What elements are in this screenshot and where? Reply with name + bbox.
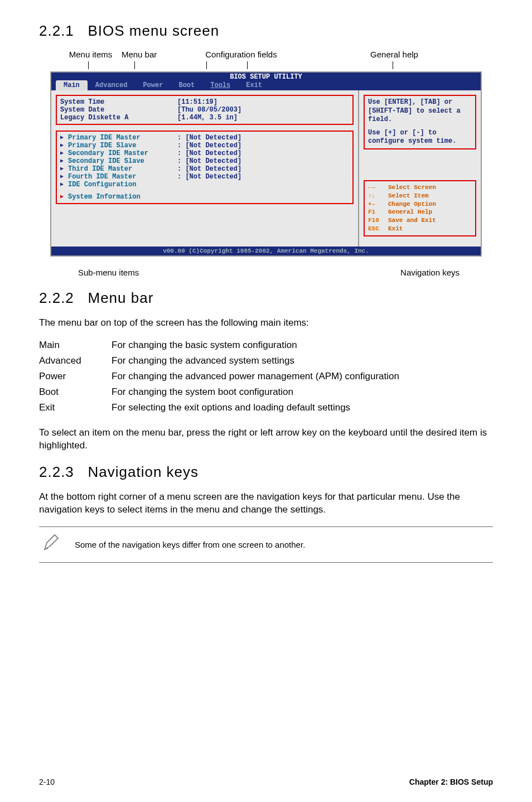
bios-menu-boot[interactable]: Boot — [171, 80, 202, 90]
chapter-label: Chapter 2: BIOS Setup — [409, 777, 493, 786]
field-system-time[interactable]: System Time [11:51:19] — [60, 98, 349, 106]
note-text: Some of the navigation keys differ from … — [75, 540, 305, 549]
bios-titlebar: BIOS SETUP UTILITY Main Advanced Power B… — [51, 73, 481, 90]
def-row: MainFor changing the basic system config… — [39, 337, 399, 353]
submenu-arrow-icon: ▶ — [60, 157, 68, 165]
help-text-2: Use [+] or [-] to configure system time. — [368, 129, 472, 146]
bios-menu-main[interactable]: Main — [56, 80, 88, 90]
bios-menu-bar: Main Advanced Power Boot Tools Exit — [51, 73, 481, 90]
submenu-arrow-icon: ▶ — [60, 134, 68, 142]
submenu-system-information[interactable]: ▶ System Information — [60, 193, 349, 201]
help-text-1: Use [ENTER], [TAB] or [SHIFT-TAB] to sel… — [368, 98, 472, 124]
top-label-row: Menu items Menu bar Configuration fields… — [50, 50, 482, 59]
submenu-ide-configuration[interactable]: ▶ IDE Configuration — [60, 181, 349, 189]
label-menu-bar: Menu bar — [122, 50, 157, 59]
menu-bar-note: To select an item on the menu bar, press… — [39, 427, 493, 452]
label-config-fields: Configuration fields — [205, 50, 277, 59]
def-row: BootFor changing the system boot configu… — [39, 384, 399, 400]
label-sub-menu-items: Sub-menu items — [78, 268, 139, 277]
field-system-date[interactable]: System Date [Thu 08/05/2003] — [60, 106, 349, 114]
navigation-keys-para: At the bottom right corner of a menu scr… — [39, 491, 493, 516]
pencil-note-icon — [39, 533, 64, 557]
submenu-primary-ide-slave[interactable]: ▶ Primary IDE Slave : [Not Detected] — [60, 142, 349, 149]
submenu-arrow-icon: ▶ — [60, 165, 68, 173]
submenu-arrow-icon: ▶ — [60, 181, 68, 189]
submenu-secondary-ide-master[interactable]: ▶ Secondary IDE Master : [Not Detected] — [60, 149, 349, 157]
submenu-fourth-ide-master[interactable]: ▶ Fourth IDE Master : [Not Detected] — [60, 173, 349, 181]
def-row: PowerFor changing the advanced power man… — [39, 369, 399, 384]
bottom-label-row: Sub-menu items Navigation keys — [50, 268, 482, 277]
note-box: Some of the navigation keys differ from … — [39, 526, 493, 563]
bios-menu-advanced[interactable]: Advanced — [88, 80, 136, 90]
submenu-arrow-icon: ▶ — [60, 173, 68, 181]
def-row: AdvancedFor changing the advanced system… — [39, 353, 399, 369]
bios-menu-tools[interactable]: Tools — [202, 80, 238, 90]
bios-left-panel: System Time [11:51:19] System Date [Thu … — [51, 90, 358, 247]
label-menu-items: Menu items — [69, 50, 113, 59]
page-footer: 2-10 Chapter 2: BIOS Setup — [39, 777, 493, 786]
bios-main-fields-box: System Time [11:51:19] System Date [Thu … — [56, 95, 354, 125]
submenu-arrow-icon: ▶ — [60, 193, 68, 201]
submenu-arrow-icon: ▶ — [60, 149, 68, 157]
bios-menu-exit[interactable]: Exit — [238, 80, 270, 90]
section-heading-221: 2.2.1 BIOS menu screen — [39, 22, 493, 40]
label-navigation-keys: Navigation keys — [400, 268, 460, 277]
submenu-secondary-ide-slave[interactable]: ▶ Secondary IDE Slave : [Not Detected] — [60, 157, 349, 165]
submenu-third-ide-master[interactable]: ▶ Third IDE Master : [Not Detected] — [60, 165, 349, 173]
bios-window: BIOS SETUP UTILITY Main Advanced Power B… — [50, 71, 482, 257]
bios-screenshot-figure: Menu items Menu bar Configuration fields… — [50, 50, 482, 277]
bios-ide-box: ▶ Primary IDE Master : [Not Detected] ▶ … — [56, 131, 354, 204]
bios-help-panel: Use [ENTER], [TAB] or [SHIFT-TAB] to sel… — [358, 90, 481, 247]
bios-nav-keys-box: ←→Select Screen ↑↓Select Item +-Change O… — [364, 180, 476, 236]
bios-copyright-footer: v00.00 (C)Copyright 1985-2002, American … — [51, 247, 481, 255]
submenu-arrow-icon: ▶ — [60, 142, 68, 149]
submenu-primary-ide-master[interactable]: ▶ Primary IDE Master : [Not Detected] — [60, 134, 349, 142]
section-heading-223: 2.2.3 Navigation keys — [39, 463, 493, 481]
bios-menu-power[interactable]: Power — [135, 80, 171, 90]
field-legacy-diskette[interactable]: Legacy Diskette A [1.44M, 3.5 in] — [60, 114, 349, 122]
section-heading-222: 2.2.2 Menu bar — [39, 289, 493, 307]
def-row: ExitFor selecting the exit options and l… — [39, 400, 399, 416]
page-number: 2-10 — [39, 777, 55, 786]
menu-bar-definitions: MainFor changing the basic system config… — [39, 337, 399, 416]
menu-bar-intro: The menu bar on top of the screen has th… — [39, 317, 493, 330]
bios-help-box: Use [ENTER], [TAB] or [SHIFT-TAB] to sel… — [364, 95, 476, 149]
label-general-help: General help — [370, 50, 418, 59]
